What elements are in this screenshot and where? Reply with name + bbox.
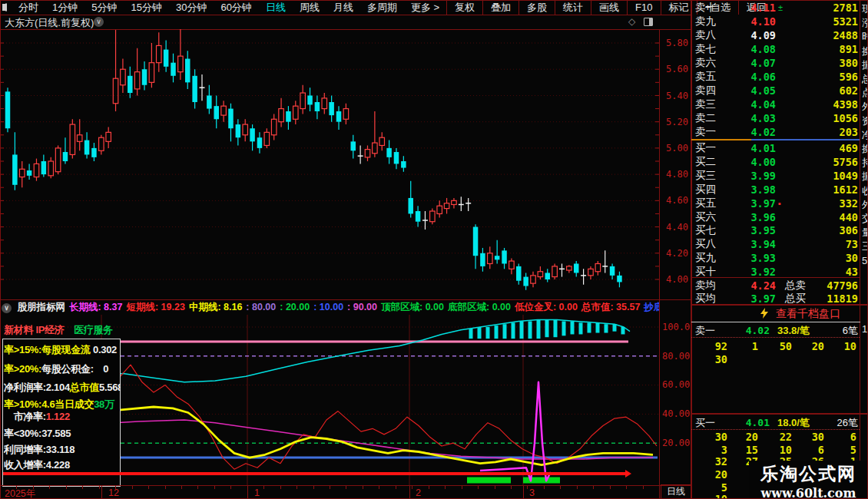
order-book-row[interactable]: 卖二4.031056 — [691, 111, 860, 125]
trading-app-window: 分时1分钟5分钟15分钟30分钟60分钟日线周线月线多周期更多 > 复权叠加多股… — [0, 0, 868, 499]
diamond-icon[interactable]: ◇ — [628, 16, 635, 27]
order-book-row[interactable]: 买一4.01469 — [691, 141, 860, 155]
l2-grid-cell: 20 — [697, 469, 727, 481]
l2-grid-cell: 6 — [826, 431, 856, 443]
title-dropdown-icon[interactable]: ∨ — [94, 17, 104, 27]
price-label: 4.20 — [661, 248, 688, 259]
candlestick-chart[interactable] — [0, 29, 659, 299]
ob-volume: 469 — [782, 141, 858, 155]
ob-volume: 203 — [782, 125, 858, 139]
info-line: 市净率:1.122 — [4, 410, 121, 424]
price-label: 5.40 — [661, 91, 688, 101]
window-icon[interactable] — [5, 3, 7, 12]
level2-header-row[interactable]: 买一4.0118.0/笔26笔 — [691, 417, 860, 428]
indicator-dropdown-icon[interactable]: ∨ — [2, 303, 12, 313]
ob-price: 3.95 — [736, 223, 776, 237]
order-book-row[interactable]: 买八3.9473 — [691, 237, 860, 251]
l2-count: 26笔 — [826, 417, 858, 428]
order-book-row[interactable]: 卖七4.08891 — [691, 42, 860, 56]
menu-item-多周期[interactable]: 多周期 — [360, 1, 404, 15]
l2-grid-cell: 6 — [793, 444, 824, 456]
order-book-row[interactable]: 买四3.981612 — [691, 183, 860, 197]
ob-price: 3.93 — [736, 251, 776, 265]
order-book-row[interactable]: 买七3.95306 — [691, 223, 860, 237]
ob-label: 买三 — [695, 169, 716, 183]
menu-item-60分钟[interactable]: 60分钟 — [214, 1, 258, 15]
l2-grid-cell: 10 — [826, 341, 856, 352]
year-label: 2025年 — [5, 487, 35, 499]
toolbar-item-画线[interactable]: 画线 — [591, 1, 627, 15]
ob-price: 4.10 — [736, 15, 776, 28]
ob-label: 卖八 — [695, 28, 716, 42]
panel-layout-icon[interactable] — [644, 18, 653, 26]
menu-item-5分钟[interactable]: 5分钟 — [84, 1, 124, 15]
order-book-row[interactable]: 卖三4.044398 — [691, 97, 860, 111]
l2-grid-cell: 3 — [697, 444, 727, 456]
menu-item-周线[interactable]: 周线 — [293, 1, 326, 15]
ob-price: 4.09 — [736, 28, 776, 42]
ob-label: 卖四 — [695, 84, 716, 97]
ob-price: 4.01 — [736, 141, 776, 155]
order-book-row[interactable]: 卖十4.11±2781 — [691, 1, 860, 15]
order-book-row[interactable]: 卖六4.07380 — [691, 56, 860, 70]
l2-grid-cell: 20 — [793, 341, 824, 352]
l2-grid-cell: 5 — [697, 482, 727, 494]
level2-link[interactable]: 查看千档盘口 — [776, 307, 840, 321]
l2-grid-cell: 30 — [697, 431, 727, 443]
indicator-param: 长期线: 8.37 — [69, 302, 122, 312]
toolbar-item-F10[interactable]: F10 — [627, 1, 660, 15]
order-book-row[interactable]: 买九3.9330 — [691, 251, 860, 265]
order-book-row[interactable]: 卖四4.05602 — [691, 84, 860, 97]
ob-volume: 5321 — [782, 15, 858, 28]
period-indicator[interactable]: 日线 — [661, 484, 691, 499]
ob-volume: 602 — [782, 84, 858, 97]
ob-label: 买二 — [695, 155, 716, 169]
toolbar-item-叠加[interactable]: 叠加 — [482, 1, 518, 15]
menu-item-分时[interactable]: 分时 — [12, 1, 45, 15]
menu-item-月线[interactable]: 月线 — [326, 1, 360, 15]
ob-label: 买一 — [695, 141, 716, 155]
toolbar-item-复权[interactable]: 复权 — [446, 1, 482, 15]
ob-label: 买四 — [695, 183, 716, 197]
watermark-url: www.60lt.com — [749, 486, 868, 499]
menu-item-1分钟[interactable]: 1分钟 — [45, 1, 84, 15]
indicator-param: 顶部区域: 0.00 — [381, 302, 444, 312]
indicator-value-label: 80.00 — [662, 351, 690, 362]
menu-item-30分钟[interactable]: 30分钟 — [169, 1, 214, 15]
ob-price: 4.24 — [736, 279, 776, 292]
order-book-row[interactable]: 买三3.991049 — [691, 169, 860, 183]
info-line: 率>20%:每股公积金: 0 — [4, 362, 121, 376]
order-book-row[interactable]: 买六3.96440 — [691, 210, 860, 224]
ob-label: 卖均 — [695, 279, 716, 292]
ob-label: 卖七 — [695, 42, 716, 56]
order-book-row[interactable]: 卖五4.06596 — [691, 70, 860, 84]
menu-item-更多 >[interactable]: 更多 > — [404, 1, 446, 15]
ob-label: 卖九 — [695, 15, 716, 28]
indicator-param: : 20.00 — [280, 302, 310, 312]
l2-grid-cell: 1 — [727, 341, 758, 352]
order-book-row[interactable]: 卖九4.105321 — [691, 15, 860, 28]
order-book-panel: 卖十4.11±2781卖九4.105321卖八4.092488卖七4.08891… — [691, 0, 868, 499]
order-book-row[interactable]: 卖八4.092488 — [691, 28, 860, 42]
order-book-row[interactable]: 买二4.005756 — [691, 155, 860, 169]
period-menu: 分时1分钟5分钟15分钟30分钟60分钟日线周线月线多周期更多 > — [12, 1, 446, 15]
ob-volume: 891 — [782, 42, 858, 56]
level2-header-row[interactable]: 卖一4.0233.8/笔6笔 — [691, 325, 860, 336]
month-label: 12 — [108, 487, 119, 498]
ob-label: 卖十 — [695, 1, 716, 15]
order-book-row[interactable]: 卖一4.02203 — [691, 125, 860, 139]
toolbar-item-统计[interactable]: 统计 — [555, 1, 591, 15]
indicator-param: 股朋指标网 — [17, 302, 65, 312]
ob-label: 买八 — [695, 237, 716, 251]
menu-item-日线[interactable]: 日线 — [259, 1, 293, 15]
indicator-header: ∨ 股朋指标网长期线: 8.37短期线: 19.23中期线: 8.16: 80.… — [2, 301, 659, 314]
l2-grid-cell: 5 — [826, 444, 856, 456]
ob-label: 买七 — [695, 223, 716, 237]
indicator-value-label: 100.00 — [662, 322, 690, 332]
toolbar-item-多股[interactable]: 多股 — [518, 1, 555, 15]
stock-title: 大东方(日线.前复权) — [5, 16, 94, 30]
order-book-row[interactable]: 买五3.97▪332 — [691, 197, 860, 210]
indicator-param: : 10.00 — [313, 302, 343, 312]
menu-item-15分钟[interactable]: 15分钟 — [124, 1, 168, 15]
ob-price: 3.97 — [736, 197, 776, 210]
